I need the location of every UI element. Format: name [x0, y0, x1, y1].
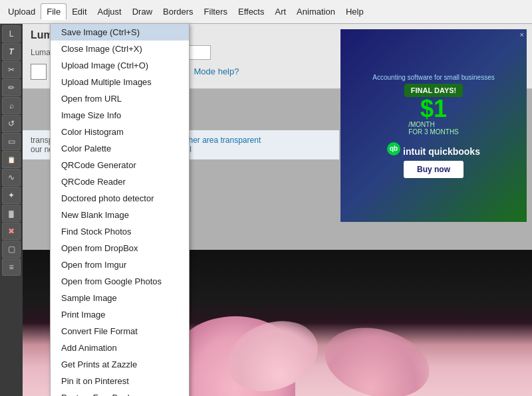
tool-curve[interactable]: ∿: [2, 169, 21, 186]
menu-item-upload-image[interactable]: Upload Image (Ctrl+O): [51, 57, 189, 74]
menu-item-close[interactable]: Close Image (Ctrl+X): [51, 41, 189, 57]
ad-content: × Accounting software for small business…: [340, 29, 527, 222]
ad-logo-text: intuit quickbooks: [403, 146, 480, 157]
flower-petal-3: [317, 317, 437, 396]
ad-title-text: Accounting software for small businesses: [372, 74, 494, 81]
left-toolbar: L T ✂ ✏ ⌕ ↺ ▭ 📋 ∿ ✦ ▓ ✖ ▢ ≡: [0, 24, 23, 396]
menu-adjust[interactable]: Adjust: [92, 4, 127, 19]
menu-filters[interactable]: Filters: [199, 4, 233, 19]
ad-close-button[interactable]: ×: [520, 31, 524, 39]
menu-item-open-imgur[interactable]: Open from Imgur: [51, 256, 189, 273]
ad-banner: × Accounting software for small business…: [340, 29, 527, 222]
tool-copy[interactable]: 📋: [2, 151, 21, 168]
menu-item-sample-image[interactable]: Sample Image: [51, 290, 189, 306]
menu-item-save[interactable]: Save Image (Ctrl+S): [51, 24, 189, 41]
menu-item-open-google-photos[interactable]: Open from Google Photos: [51, 273, 189, 290]
menu-item-upload-multiple[interactable]: Upload Multiple Images: [51, 74, 189, 90]
menu-item-qrcode-gen[interactable]: QRCode Generator: [51, 157, 189, 173]
menu-item-convert-format[interactable]: Convert File Format: [51, 323, 189, 340]
menu-item-print-image[interactable]: Print Image: [51, 306, 189, 323]
menu-borders[interactable]: Borders: [158, 4, 199, 19]
tool-layers[interactable]: ≡: [2, 258, 21, 276]
tool-zoom[interactable]: ⌕: [2, 97, 21, 114]
tool-fill[interactable]: ▓: [2, 205, 21, 222]
tool-scissors[interactable]: ✂: [2, 61, 21, 78]
menu-item-add-animation[interactable]: Add Animation: [51, 340, 189, 356]
tool-lasso[interactable]: L: [2, 25, 21, 43]
file-dropdown: Save Image (Ctrl+S) Close Image (Ctrl+X)…: [50, 23, 190, 396]
menu-item-open-url[interactable]: Open from URL: [51, 90, 189, 107]
menu-help[interactable]: Help: [340, 4, 369, 19]
menu-edit[interactable]: Edit: [66, 4, 92, 19]
ad-buy-button[interactable]: Buy now: [404, 161, 464, 178]
menu-file[interactable]: File: [41, 3, 66, 20]
tool-rotate[interactable]: ↺: [2, 115, 21, 132]
menu-item-new-blank[interactable]: New Blank Image: [51, 207, 189, 223]
menu-draw[interactable]: Draw: [127, 4, 158, 19]
menu-upload[interactable]: Upload: [3, 4, 41, 19]
tool-rectangle[interactable]: ▭: [2, 133, 21, 150]
tool-close[interactable]: ✖: [2, 223, 21, 240]
menu-item-qrcode-reader[interactable]: QRCode Reader: [51, 173, 189, 190]
tool-effects[interactable]: ✦: [2, 187, 21, 204]
menu-item-get-prints[interactable]: Get Prints at Zazzle: [51, 356, 189, 373]
tool-text[interactable]: T: [2, 43, 21, 60]
white-swatch[interactable]: [31, 64, 47, 80]
ad-price: $1: [420, 97, 447, 121]
menu-item-color-palette[interactable]: Color Palette: [51, 140, 189, 157]
menu-art[interactable]: Art: [269, 4, 291, 19]
ad-logo-icon: qb: [387, 142, 400, 155]
menu-item-open-dropbox[interactable]: Open from DropBox: [51, 240, 189, 256]
menu-item-find-stock[interactable]: Find Stock Photos: [51, 223, 189, 240]
menu-item-image-size[interactable]: Image Size Info: [51, 107, 189, 124]
menu-effects[interactable]: Effects: [233, 4, 270, 19]
ad-logo-row: qb intuit quickbooks: [387, 141, 480, 157]
menu-item-doctored-detector[interactable]: Doctored photo detector: [51, 190, 189, 207]
menu-animation[interactable]: Animation: [291, 4, 340, 19]
mode-help-link[interactable]: Mode help?: [194, 66, 239, 76]
menu-item-color-histogram[interactable]: Color Histogram: [51, 124, 189, 140]
tool-frame[interactable]: ▢: [2, 241, 21, 258]
menu-item-post-facebook[interactable]: Post on FaceBook: [51, 389, 189, 396]
menubar: Upload File Edit Adjust Draw Borders Fil…: [0, 0, 532, 24]
menu-item-pin-pinterest[interactable]: Pin it on Pinterest: [51, 373, 189, 389]
ad-period: /MONTHFOR 3 MONTHS: [408, 121, 459, 136]
ad-final-days-label: FINAL DAYS!: [411, 86, 456, 94]
tool-pencil[interactable]: ✏: [2, 79, 21, 96]
